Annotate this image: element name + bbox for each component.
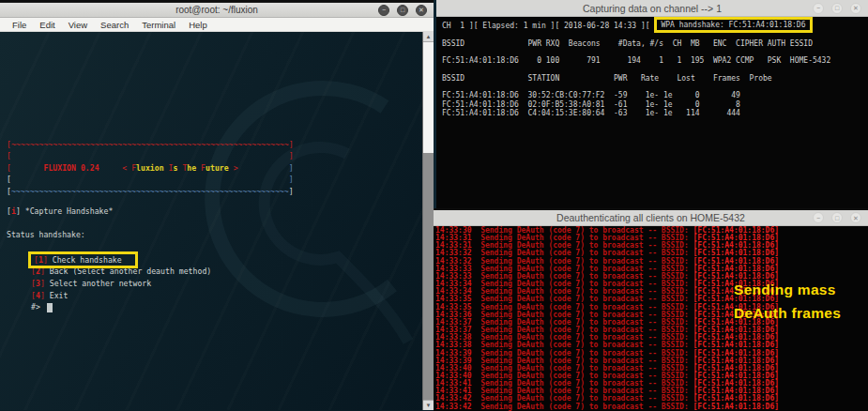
maximize-icon[interactable]: □: [831, 3, 843, 14]
airodump-titlebar[interactable]: Capturing data on channel --> 1 − □ ✕: [436, 0, 868, 17]
close-icon[interactable]: ✕: [850, 3, 861, 14]
fluxion-options: [1] Check handshake[2] Back (Select anot…: [7, 254, 422, 301]
scroll-down-arrow-icon[interactable]: ▼: [423, 400, 434, 410]
desktop: root@root: ~/fluxion − □ ✕ FileEditViewS…: [0, 0, 868, 411]
annotation-line-1: Sending mass: [734, 278, 841, 301]
station-table-header: BSSID STATION PWR Rate Lost Frames Probe: [442, 74, 868, 83]
status-handshake-line: Status handshake:: [7, 229, 422, 240]
deauth-titlebar[interactable]: Deauthenticating all clients on HOME-543…: [434, 210, 868, 226]
airodump-window-title: Capturing data on channel --> 1: [583, 3, 722, 14]
airodump-capture-window: Capturing data on channel --> 1 − □ ✕ CH…: [434, 0, 868, 208]
fluxion-titlebar[interactable]: root@root: ~/fluxion − □ ✕: [0, 3, 434, 18]
annotation-line-2: DeAuth frames: [734, 301, 841, 325]
fluxion-banner: [~~~~~~~~~~~~~~~~~~~~~~~~~~~~~~~~~~~~~~~…: [7, 139, 422, 197]
fluxion-banner-line: [ ]: [7, 174, 422, 185]
fluxion-scrollbar[interactable]: ▲ ▼: [422, 32, 434, 410]
minimize-icon[interactable]: −: [378, 5, 389, 16]
capture-handshake-info-line: [i] *Capture Handshake*: [7, 206, 422, 217]
wpa-handshake-highlight-box: WPA handshake: FC:51:A4:01:18:D6: [654, 17, 812, 33]
minimize-icon[interactable]: −: [813, 212, 824, 223]
scrollbar-thumb[interactable]: [423, 42, 434, 153]
deauth-window-title: Deauthenticating all clients on HOME-543…: [556, 212, 745, 223]
status-prefix: CH 1 ][ Elapsed: 1 min ][ 2018-06-28 14:…: [442, 22, 654, 30]
fluxion-banner-line: [~~~~~~~~~~~~~~~~~~~~~~~~~~~~~~~~~~~~~~~…: [7, 139, 422, 150]
menubar-item-file[interactable]: File: [6, 20, 33, 30]
deauth-annotation: Sending mass DeAuth frames: [734, 278, 841, 325]
airodump-status-line: CH 1 ][ Elapsed: 1 min ][ 2018-06-28 14:…: [442, 22, 868, 30]
prompt-line: #>: [7, 301, 422, 313]
menubar-item-search[interactable]: Search: [94, 20, 135, 30]
fluxion-banner-line: [~~~~~~~~~~~~~~~~~~~~~~~~~~~~~~~~~~~~~~~…: [7, 186, 422, 197]
fluxion-terminal-body[interactable]: [~~~~~~~~~~~~~~~~~~~~~~~~~~~~~~~~~~~~~~~…: [0, 32, 434, 410]
menubar-item-help[interactable]: Help: [182, 20, 214, 30]
fluxion-option-3: [3] Select another network: [7, 278, 422, 290]
fluxion-terminal-text: [~~~~~~~~~~~~~~~~~~~~~~~~~~~~~~~~~~~~~~~…: [0, 32, 422, 410]
ap-table-header: BSSID PWR RXQ Beacons #Data, #/s CH MB E…: [442, 39, 868, 48]
station-table-rows: FC:51:A4:01:18:D6 30:52:CB:C0:77:F2 -59 …: [442, 91, 868, 117]
fluxion-window-title: root@root: ~/fluxion: [175, 5, 258, 15]
deauth-log-line: 14:33:42 Sending DeAuth (code 7) to broa…: [435, 403, 868, 411]
station-table-row: FC:51:A4:01:18:D6 30:52:CB:C0:77:F2 -59 …: [442, 91, 868, 99]
station-table-row: FC:51:A4:01:18:D6 02:0F:B5:38:A0:81 -61 …: [442, 100, 868, 109]
airodump-output[interactable]: CH 1 ][ Elapsed: 1 min ][ 2018-06-28 14:…: [436, 17, 868, 117]
close-icon[interactable]: ✕: [850, 212, 861, 223]
menubar-item-view[interactable]: View: [62, 20, 94, 30]
minimize-icon[interactable]: −: [813, 3, 824, 14]
fluxion-banner-line: [ FLUXION 0.24 < Fluxion Is The Future >…: [7, 162, 422, 174]
fluxion-menubar: FileEditViewSearchTerminalHelp: [0, 18, 434, 32]
scroll-up-arrow-icon[interactable]: ▲: [423, 32, 434, 42]
terminal-window-fluxion: root@root: ~/fluxion − □ ✕ FileEditViewS…: [0, 3, 434, 411]
close-icon[interactable]: ✕: [416, 5, 427, 16]
maximize-icon[interactable]: □: [831, 212, 843, 223]
maximize-icon[interactable]: □: [397, 5, 408, 16]
menubar-item-terminal[interactable]: Terminal: [135, 20, 182, 30]
check-handshake-highlight-box: [1] Check handshake: [28, 251, 138, 269]
menubar-item-edit[interactable]: Edit: [33, 20, 61, 30]
station-table-row: FC:51:A4:01:18:D6 C4:04:15:3E:80:64 -63 …: [442, 109, 868, 117]
ap-table-row: FC:51:A4:01:18:D6 0 100 791 194 1 1 195 …: [442, 56, 868, 65]
fluxion-option-4: [4] Exit: [7, 290, 422, 302]
fluxion-option-1: [1] Check handshake: [7, 254, 422, 266]
terminal-cursor: [47, 303, 53, 312]
fluxion-banner-line: [ ]: [7, 150, 422, 161]
deauth-window: Deauthenticating all clients on HOME-543…: [434, 210, 868, 411]
